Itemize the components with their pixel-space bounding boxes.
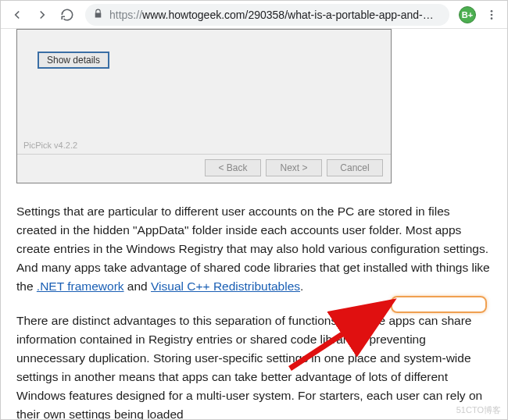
forward-button[interactable]	[30, 3, 54, 27]
svg-point-1	[491, 13, 493, 16]
installer-screenshot: Show details PicPick v4.2.2 < Back Next …	[16, 29, 392, 183]
link-vc-redist[interactable]: Visual C++ Redistributables	[151, 279, 300, 293]
cancel-installer-button[interactable]: Cancel	[327, 159, 383, 176]
installer-button-row: < Back Next > Cancel	[205, 159, 383, 176]
installer-divider	[17, 154, 391, 155]
page-content: Show details PicPick v4.2.2 < Back Next …	[1, 29, 507, 419]
back-button[interactable]	[5, 3, 29, 27]
browser-menu-button[interactable]	[481, 4, 503, 26]
paragraph-2: There are distinct advantages to this se…	[16, 311, 492, 419]
watermark-text: 51CTO博客	[456, 404, 501, 416]
reload-button[interactable]	[55, 3, 79, 27]
svg-point-0	[491, 10, 493, 12]
extension-badge[interactable]: B+	[459, 6, 476, 23]
browser-toolbar: https://www.howtogeek.com/290358/what-is…	[1, 1, 507, 29]
back-installer-button[interactable]: < Back	[205, 159, 261, 176]
paragraph-1: Settings that are particular to differen…	[16, 202, 492, 296]
picpick-version-label: PicPick v4.2.2	[23, 141, 77, 150]
lock-icon	[93, 9, 103, 21]
article-body: Settings that are particular to differen…	[16, 202, 492, 419]
show-details-button[interactable]: Show details	[38, 52, 109, 69]
address-bar[interactable]: https://www.howtogeek.com/290358/what-is…	[85, 4, 449, 26]
next-installer-button[interactable]: Next >	[266, 159, 322, 176]
link-net-framework[interactable]: .NET framework	[37, 279, 124, 293]
url-text: https://www.howtogeek.com/290358/what-is…	[109, 9, 434, 21]
svg-point-2	[491, 17, 493, 20]
